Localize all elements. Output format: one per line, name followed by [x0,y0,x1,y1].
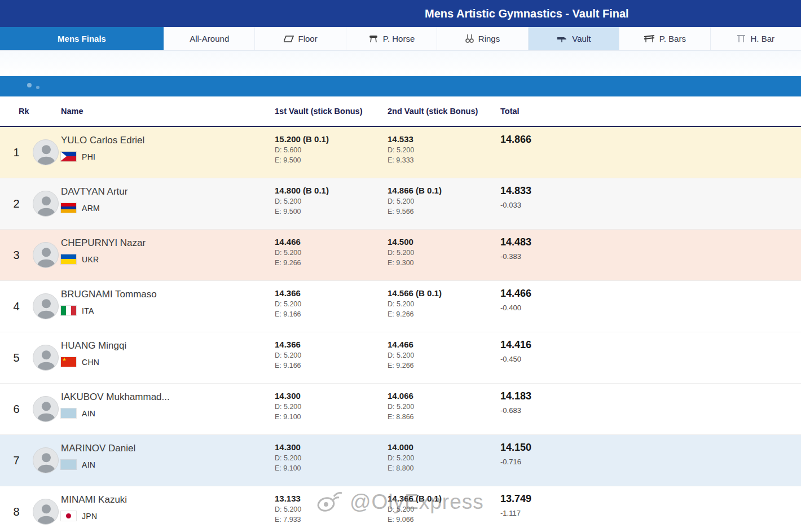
name-cell: MARINOV Daniel AIN [61,435,275,486]
avatar [33,178,61,229]
athlete-photo [33,139,59,165]
column-header-vault2: 2nd Vault (stick Bonus) [388,107,500,116]
vault2-cell: 14.066 D: 5.200 E: 8.866 [388,384,500,434]
total-cell: 14.833 -0.033 [500,178,801,229]
tab-parallel-bars[interactable]: P. Bars [619,27,710,50]
vault2-d-score: D: 5.200 [388,300,500,308]
table-header: Rk Name 1st Vault (stick Bonus) 2nd Vaul… [0,96,801,127]
column-header-vault1: 1st Vault (stick Bonus) [275,107,388,116]
tab-bar: Mens Finals All-Around Floor P. Horse Ri… [0,27,801,51]
vault1-e-score: E: 9.100 [275,464,388,472]
vault1-e-score: E: 7.933 [275,516,388,524]
vault1-score: 14.300 [275,391,388,401]
noc-code: JPN [82,512,97,521]
tab-floor[interactable]: Floor [254,27,345,50]
vault2-score: 14.066 [388,391,500,401]
name-cell: YULO Carlos Edriel PHI [61,127,275,178]
vault2-d-score: D: 5.200 [388,454,500,462]
noc-code: PHI [82,152,95,161]
vault1-d-score: D: 5.200 [275,197,388,205]
tab-rings[interactable]: Rings [437,27,527,50]
vault2-e-score: E: 9.266 [388,362,500,370]
vault2-e-score: E: 9.066 [388,516,500,524]
total-gap: -0.400 [500,304,801,312]
noc-row: CHN [61,357,275,367]
table-row[interactable]: 6 IAKUBOV Mukhammad... AIN 14.300 D: 5.2… [0,384,801,435]
total-cell: 14.183 -0.683 [500,384,801,434]
total-cell: 14.866 [500,127,801,178]
athlete-name: MARINOV Daniel [61,443,275,454]
table-row[interactable]: 1 YULO Carlos Edriel PHI 15.200 (B 0.1) … [0,127,801,178]
blue-strip [0,76,801,96]
total-gap: -0.383 [500,252,801,261]
floor-icon [284,35,294,43]
vault1-e-score: E: 9.166 [275,362,388,370]
athlete-name: HUANG Mingqi [61,340,275,351]
vault2-d-score: D: 5.200 [388,505,500,513]
tab-horizontal-bar[interactable]: H. Bar [710,27,801,50]
total-gap: -0.033 [500,201,801,209]
vault1-d-score: D: 5.600 [275,146,388,154]
tab-label: P. Bars [659,34,686,43]
tab-vault[interactable]: Vault [528,27,619,50]
tab-label: All-Around [190,34,229,43]
vault2-d-score: D: 5.200 [388,249,500,257]
rank: 6 [0,384,33,434]
flag-icon [61,408,76,418]
vault2-cell: 14.000 D: 5.200 E: 8.800 [388,435,500,486]
vault2-e-score: E: 8.866 [388,413,500,421]
athlete-name: CHEPURNYI Nazar [61,238,275,249]
name-cell: DAVTYAN Artur ARM [61,178,275,229]
total-score: 14.183 [500,390,801,402]
vault1-d-score: D: 5.200 [275,300,388,308]
total-score: 14.466 [500,288,801,300]
table-row[interactable]: 3 CHEPURNYI Nazar UKR 14.466 D: 5.200 E:… [0,230,801,281]
rings-icon [465,34,474,43]
vault1-d-score: D: 5.200 [275,351,388,359]
total-score: 14.866 [500,134,801,146]
vault-icon [556,35,567,43]
table-row[interactable]: 8 MINAMI Kazuki JPN 13.133 D: 5.200 E: 7… [0,486,801,532]
column-header-total: Total [500,107,801,116]
vault1-e-score: E: 9.100 [275,413,388,421]
vault2-score: 14.566 (B 0.1) [388,288,500,298]
athlete-photo [33,447,59,473]
total-score: 14.833 [500,185,801,197]
vault1-cell: 14.466 D: 5.200 E: 9.266 [275,230,388,280]
vault2-d-score: D: 5.200 [388,403,500,411]
avatar [33,230,61,280]
noc-row: ARM [61,203,275,213]
horizontal-bar-icon [737,34,746,43]
tab-all-around[interactable]: All-Around [164,27,254,50]
vault1-cell: 14.366 D: 5.200 E: 9.166 [275,332,388,383]
vault1-cell: 14.300 D: 5.200 E: 9.100 [275,435,388,486]
noc-row: AIN [61,460,275,469]
noc-row: PHI [61,152,275,161]
rank: 2 [0,178,33,229]
noc-row: AIN [61,408,275,418]
total-cell: 13.749 -1.117 [500,486,801,532]
table-row[interactable]: 5 HUANG Mingqi CHN 14.366 D: 5.200 E: 9.… [0,332,801,384]
tab-pommel-horse[interactable]: P. Horse [346,27,437,50]
flag-icon [61,203,76,213]
athlete-name: BRUGNAMI Tommaso [61,289,275,300]
total-cell: 14.416 -0.450 [500,332,801,383]
athlete-name: IAKUBOV Mukhammad... [61,392,275,403]
table-row[interactable]: 4 BRUGNAMI Tommaso ITA 14.366 D: 5.200 E… [0,281,801,332]
vault1-score: 14.366 [275,288,388,298]
vault2-score: 14.866 (B 0.1) [388,186,500,195]
vault1-cell: 14.300 D: 5.200 E: 9.100 [275,384,388,434]
vault2-cell: 14.866 (B 0.1) D: 5.200 E: 9.566 [388,178,500,229]
rank: 3 [0,230,33,280]
name-cell: HUANG Mingqi CHN [61,332,275,383]
noc-code: ARM [82,204,100,213]
vault1-cell: 14.800 (B 0.1) D: 5.200 E: 9.500 [275,178,388,229]
vault2-e-score: E: 9.300 [388,259,500,267]
tab-mens-finals[interactable]: Mens Finals [0,27,164,50]
total-gap: -0.716 [500,458,801,466]
vault1-score: 13.133 [275,494,388,503]
table-row[interactable]: 2 DAVTYAN Artur ARM 14.800 (B 0.1) D: 5.… [0,178,801,230]
table-row[interactable]: 7 MARINOV Daniel AIN 14.300 D: 5.200 E: … [0,435,801,486]
noc-code: AIN [82,460,95,469]
athlete-photo [33,499,59,525]
